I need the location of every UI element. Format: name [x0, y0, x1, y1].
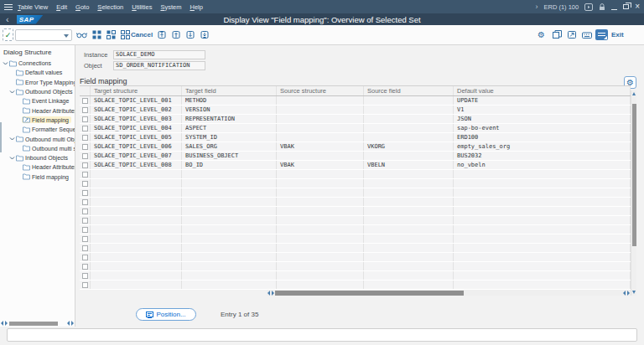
row-checkbox[interactable]: [82, 190, 88, 196]
row-checkbox[interactable]: [82, 218, 88, 224]
scroll-up-icon[interactable]: [632, 92, 636, 95]
row-checkbox[interactable]: [82, 255, 88, 260]
minimize-button[interactable]: [611, 4, 617, 10]
row-checkbox[interactable]: [82, 245, 88, 251]
table-vscroll-thumb[interactable]: [632, 104, 636, 246]
folder-icon: [23, 145, 30, 152]
tree-item-header-attributes[interactable]: Header Attributes: [0, 106, 75, 115]
row-checkbox[interactable]: [82, 126, 88, 131]
gui-options-menu-icon[interactable]: [595, 29, 608, 40]
sidebar-horizontal-scrollbar[interactable]: [0, 321, 75, 326]
scroll-left-icon[interactable]: [267, 291, 270, 296]
column-header-target-field[interactable]: Target field: [182, 86, 277, 95]
row-checkbox[interactable]: [82, 107, 88, 113]
tree-item-default-values[interactable]: Default values: [0, 68, 75, 77]
row-checkbox[interactable]: [82, 282, 88, 288]
row-checkbox[interactable]: [82, 98, 88, 104]
tree-item-field-mapping[interactable]: Field mapping: [0, 172, 75, 182]
column-header-source-field[interactable]: Source field: [364, 86, 454, 95]
command-input[interactable]: [17, 31, 62, 39]
scroll-left-icon[interactable]: [1, 321, 3, 326]
sidebar-hscroll-thumb[interactable]: [9, 322, 58, 326]
keyboard-icon[interactable]: [580, 28, 593, 41]
row-checkbox[interactable]: [82, 135, 88, 141]
menu-item-table-view[interactable]: Table View: [18, 3, 48, 11]
cancel-button[interactable]: Cancel: [131, 28, 153, 41]
menu-item-goto[interactable]: Goto: [75, 3, 89, 11]
chevron-down-icon[interactable]: [8, 90, 15, 95]
settings-gear-icon[interactable]: ⚙: [535, 28, 548, 41]
tree-item-outbound-multi-objects[interactable]: Outbound multi Objects: [0, 134, 75, 143]
scroll-right-icon[interactable]: [272, 291, 274, 296]
chevron-down-icon[interactable]: [8, 156, 15, 161]
column-header-source-structure[interactable]: Source structure: [277, 86, 364, 95]
tree-item-header-attributes[interactable]: Header Attributes: [0, 162, 75, 172]
table-cell: [364, 198, 454, 206]
tree-item-event-linkage[interactable]: Event Linkage: [0, 96, 75, 106]
row-checkbox[interactable]: [82, 162, 88, 168]
deselect-all-icon[interactable]: [119, 28, 132, 41]
row-checkbox[interactable]: [82, 181, 88, 187]
row-checkbox[interactable]: [82, 144, 88, 150]
row-checkbox[interactable]: [82, 172, 88, 178]
command-field[interactable]: [15, 29, 72, 41]
table-vertical-scrollbar[interactable]: [631, 90, 636, 296]
scroll-down-icon[interactable]: [632, 291, 636, 294]
sidebar-vertical-scroll-thumb[interactable]: [0, 122, 2, 152]
row-checkbox[interactable]: [82, 236, 88, 242]
scroll-left-icon[interactable]: [67, 321, 70, 326]
generate-shortcut-icon[interactable]: [566, 28, 579, 41]
first-page-icon[interactable]: [156, 28, 169, 41]
row-checkbox[interactable]: [82, 264, 88, 270]
scroll-right-icon[interactable]: [5, 321, 8, 326]
table-horizontal-scrollbar[interactable]: [267, 290, 631, 296]
enter-button[interactable]: ✓: [3, 28, 13, 41]
status-message-field[interactable]: [7, 328, 637, 342]
page-down-icon[interactable]: [184, 28, 197, 41]
restore-window-button[interactable]: [623, 4, 629, 9]
scroll-right-icon[interactable]: [627, 291, 630, 296]
tree-item-error-type-mapping[interactable]: Error Type Mapping: [0, 78, 75, 87]
last-page-icon[interactable]: [199, 28, 211, 41]
new-window-icon[interactable]: [551, 28, 564, 41]
table-hscroll-thumb[interactable]: [275, 291, 464, 296]
menu-item-help[interactable]: Help: [190, 3, 202, 11]
tree-item-outbound-multi-sub-ob[interactable]: Outbound multi sub Ob: [0, 144, 75, 153]
row-checkbox[interactable]: [82, 273, 88, 279]
column-header-target-structure[interactable]: Target structure: [91, 86, 182, 95]
row-checkbox[interactable]: [82, 227, 88, 233]
tree-item-inbound-objects[interactable]: Inbound Objects: [0, 153, 75, 162]
row-checkbox-cell: [80, 179, 91, 188]
position-button[interactable]: Position...: [136, 308, 196, 321]
close-button[interactable]: ×: [635, 3, 640, 10]
play-box-icon[interactable]: [584, 3, 593, 11]
tree-item-outbound-objects[interactable]: Outbound Objects: [0, 87, 75, 96]
scroll-left-icon[interactable]: [623, 291, 626, 296]
exit-button[interactable]: Exit: [611, 28, 624, 41]
menu-item-system[interactable]: System: [160, 3, 181, 11]
page-up-icon[interactable]: [170, 28, 183, 41]
table-row: SOLACE_TOPIC_LEVEL_003REPRESENTATIONJSON: [80, 115, 631, 124]
column-header-default-value[interactable]: Default value: [454, 86, 631, 95]
row-checkbox[interactable]: [82, 116, 88, 122]
chevron-right-icon[interactable]: ›: [535, 3, 538, 11]
lock-icon[interactable]: [599, 3, 605, 11]
menu-item-edit[interactable]: Edit: [56, 3, 67, 11]
combo-dropdown-icon[interactable]: [64, 34, 69, 38]
main-panel: InstanceSOLACE_DEMOObjectSD_ORDER_NOTIFI…: [75, 45, 644, 327]
row-checkbox[interactable]: [82, 199, 88, 205]
select-block-icon[interactable]: [105, 28, 117, 41]
menu-item-selection[interactable]: Selection: [97, 3, 123, 11]
tree-item-formatter-sequence[interactable]: Formatter Sequence: [0, 125, 75, 134]
display-change-icon[interactable]: [75, 28, 88, 41]
select-all-icon[interactable]: [91, 28, 103, 41]
chevron-down-icon[interactable]: [8, 136, 15, 142]
scroll-right-icon[interactable]: [71, 321, 74, 326]
row-checkbox[interactable]: [82, 209, 88, 214]
chevron-down-icon[interactable]: [2, 61, 8, 66]
tree-item-connections[interactable]: Connections: [0, 59, 75, 68]
row-checkbox[interactable]: [82, 153, 88, 159]
hamburger-menu-icon[interactable]: [4, 4, 13, 10]
menu-item-utilities[interactable]: Utilities: [132, 3, 152, 11]
tree-item-field-mapping[interactable]: Field mapping: [0, 116, 75, 125]
